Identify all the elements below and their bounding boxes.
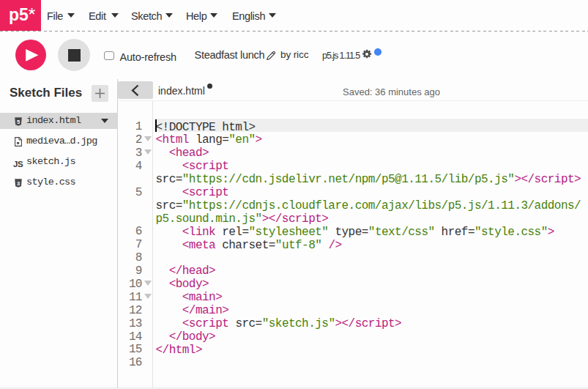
svg-text:5: 5 <box>16 119 19 125</box>
svg-text:3: 3 <box>16 180 19 187</box>
